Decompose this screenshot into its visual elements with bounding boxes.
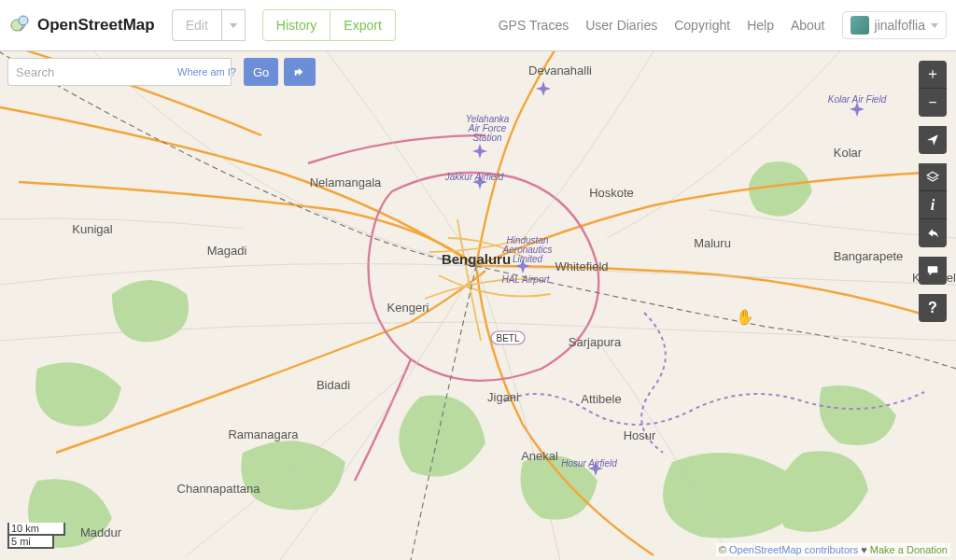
attrib-contributors-link[interactable]: OpenStreetMap contributors (729, 544, 858, 555)
zoom-in-button[interactable]: ＋ (919, 61, 947, 89)
export-button[interactable]: Export (330, 9, 395, 41)
label-kunigal: Kunigal (72, 222, 112, 236)
airport-yelahanka-3: Station (472, 133, 502, 143)
directions-button[interactable] (284, 58, 316, 86)
history-button[interactable]: History (262, 9, 331, 41)
label-bangarapete: Bangarapete (834, 249, 903, 263)
nav-user-diaries[interactable]: User Diaries (585, 18, 657, 33)
where-am-i-link[interactable]: Where am I? (177, 66, 236, 77)
label-attibele: Attibele (581, 392, 621, 406)
attrib-donation-link[interactable]: Make a Donation (870, 544, 948, 555)
betl-badge: BETL (491, 331, 525, 344)
label-kengeri: Kengeri (387, 301, 429, 315)
edit-dropdown-button[interactable] (221, 9, 246, 41)
brand[interactable]: OpenStreetMap (9, 12, 155, 39)
username: jinalfoflia (875, 18, 925, 33)
info-icon: i (931, 197, 935, 214)
add-note-button[interactable] (919, 257, 947, 285)
map-viewport[interactable]: BETL Bengaluru Nelamangala Kunigal Magad… (0, 51, 956, 560)
heart-icon: ♥ (861, 544, 867, 555)
svg-point-1 (19, 16, 28, 25)
label-whitefield: Whitefield (555, 259, 608, 273)
go-button[interactable]: Go (244, 58, 278, 86)
label-nelamangala: Nelamangala (310, 175, 382, 189)
scale-km: 10 km (7, 523, 65, 536)
scale-bar: 10 km 5 mi (7, 523, 65, 549)
label-jigani: Jigani (487, 390, 519, 404)
search-bar: Where am I? Go (7, 58, 316, 86)
airport-hindustan-3: Limited (513, 254, 543, 264)
map-key-button[interactable]: i (919, 191, 947, 219)
airport-hal: HAL Airport (501, 274, 550, 285)
nav: GPS Traces User Diaries Copyright Help A… (499, 11, 947, 39)
share-icon (926, 227, 939, 240)
share-button[interactable] (919, 219, 947, 247)
zoom-out-button[interactable]: − (919, 89, 947, 117)
layers-icon (926, 171, 939, 184)
label-kolar: Kolar (834, 146, 863, 160)
attrib-prefix: © (719, 544, 729, 555)
label-magadi: Magadi (207, 244, 247, 258)
betl-badge-label: BETL (496, 333, 519, 343)
nav-copyright[interactable]: Copyright (674, 18, 730, 33)
avatar (851, 16, 869, 35)
brand-text: OpenStreetMap (37, 16, 155, 35)
top-header: OpenStreetMap Edit History Export GPS Tr… (0, 0, 956, 51)
attribution: © OpenStreetMap contributors ♥ Make a Do… (716, 543, 950, 556)
brand-logo-icon (9, 12, 32, 39)
map-canvas: BETL Bengaluru Nelamangala Kunigal Magad… (0, 51, 956, 560)
locate-icon (926, 133, 939, 147)
label-ramanagara: Ramanagara (228, 427, 299, 441)
label-anekal: Anekal (521, 449, 558, 463)
query-button[interactable]: ? (919, 294, 947, 322)
note-icon (926, 264, 939, 277)
history-export-group: History Export (262, 9, 396, 41)
nav-about[interactable]: About (791, 18, 825, 33)
label-maddur: Maddur (80, 525, 122, 539)
label-channapattana: Channapattana (177, 482, 261, 496)
label-sarjapura: Sarjapura (569, 335, 622, 349)
airport-hosur: Hosur Airfield (561, 458, 617, 469)
label-devanahalli: Devanahalli (528, 63, 592, 77)
plus-icon: ＋ (925, 64, 940, 84)
layers-button[interactable] (919, 163, 947, 191)
minus-icon: − (928, 94, 936, 111)
airport-kolar: Kolar Air Field (828, 94, 887, 105)
caret-down-icon (230, 23, 237, 28)
user-menu[interactable]: jinalfoflia (842, 11, 947, 39)
directions-icon (293, 64, 306, 79)
label-maluru: Maluru (694, 236, 731, 250)
label-bidadi: Bidadi (316, 378, 350, 392)
nav-gps-traces[interactable]: GPS Traces (499, 18, 569, 33)
question-icon: ? (928, 300, 937, 316)
locate-button[interactable] (919, 126, 947, 154)
scale-mi: 5 mi (7, 536, 54, 549)
nav-help[interactable]: Help (747, 18, 774, 33)
edit-group: Edit (172, 9, 246, 41)
label-bengaluru: Bengaluru (442, 251, 511, 267)
airport-jakkur: Jakkur Airfield (444, 172, 504, 182)
label-hoskote: Hoskote (589, 186, 634, 200)
edit-button[interactable]: Edit (172, 9, 221, 41)
label-hosur: Hosur (624, 428, 656, 442)
map-toolbar: ＋ − i ? (919, 61, 947, 322)
pan-cursor-icon: ✋ (736, 308, 754, 326)
caret-down-icon (931, 23, 938, 28)
